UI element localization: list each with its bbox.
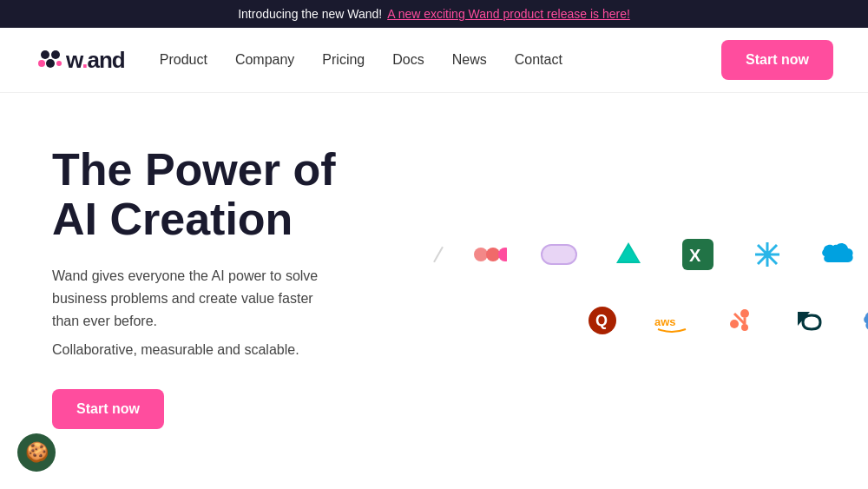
hero-tagline: Collaborative, measurable and scalable.: [52, 342, 399, 358]
svg-point-4: [56, 61, 62, 66]
svg-point-2: [46, 59, 55, 68]
nav-cta-button[interactable]: Start now: [721, 40, 833, 80]
svg-point-17: [764, 251, 771, 258]
nav-item-product[interactable]: Product: [160, 52, 207, 68]
connector-line-1: [433, 246, 444, 261]
icon-row-2: Q aws: [580, 298, 868, 343]
hero-text-block: The Power ofAI Creation Wand gives every…: [52, 145, 399, 429]
svg-point-5: [474, 248, 488, 261]
banner-text: Introducing the new Wand!: [238, 7, 382, 21]
zendesk-icon: [788, 298, 833, 343]
excel-icon: X: [675, 232, 720, 277]
nav-item-news[interactable]: News: [452, 52, 487, 68]
cookie-icon: 🍪: [25, 441, 49, 464]
svg-rect-8: [542, 245, 576, 264]
svg-text:X: X: [689, 246, 701, 265]
quora-icon: Q: [580, 298, 625, 343]
svg-point-7: [498, 248, 507, 261]
cloud-icon: [858, 298, 868, 343]
nav-item-contact[interactable]: Contact: [515, 52, 562, 68]
logo-text: w.and: [66, 47, 125, 74]
airtable-icon: [606, 232, 651, 277]
notion-icon: [536, 232, 582, 277]
svg-text:aws: aws: [654, 315, 676, 328]
svg-marker-10: [618, 246, 639, 261]
hero-subtitle: Wand gives everyone the AI power to solv…: [52, 265, 330, 332]
nav-item-docs[interactable]: Docs: [392, 52, 424, 68]
snowflake-icon: [745, 232, 790, 277]
nav-item-pricing[interactable]: Pricing: [322, 52, 365, 68]
svg-point-3: [38, 60, 45, 67]
nav-links: Product Company Pricing Docs News Contac…: [160, 52, 721, 68]
logo[interactable]: w.and: [35, 44, 125, 76]
svg-point-25: [740, 309, 749, 318]
icon-row-1: X: [434, 232, 868, 277]
svg-point-1: [51, 50, 60, 59]
banner-link[interactable]: A new exciting Wand product release is h…: [387, 7, 630, 21]
hubspot-icon: [719, 298, 764, 343]
cookie-button[interactable]: 🍪: [17, 433, 56, 472]
svg-point-6: [486, 248, 500, 261]
logo-icon: [35, 44, 66, 76]
salesforce-icon: [814, 232, 859, 277]
hero-section: The Power ofAI Creation Wand gives every…: [0, 93, 868, 464]
hero-cta-button[interactable]: Start now: [52, 389, 164, 429]
hero-title: The Power ofAI Creation: [52, 145, 399, 244]
svg-point-26: [730, 320, 739, 328]
svg-point-0: [41, 50, 49, 59]
nav-item-company[interactable]: Company: [235, 52, 294, 68]
asana-icon: [467, 232, 512, 277]
navbar: w.and Product Company Pricing Docs News …: [0, 28, 868, 93]
integrations-grid: X: [399, 232, 868, 343]
aws-icon: aws: [649, 298, 694, 343]
svg-point-28: [741, 324, 748, 331]
announcement-banner: Introducing the new Wand! A new exciting…: [0, 0, 868, 28]
svg-text:Q: Q: [595, 312, 608, 329]
